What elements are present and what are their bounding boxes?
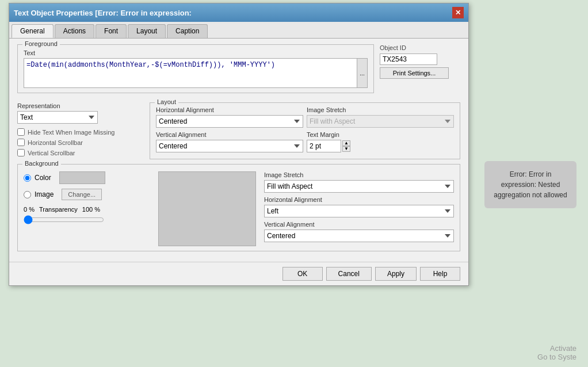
text-margin-field: Text Margin ▲ ▼ [307, 131, 454, 152]
error-tooltip-text: Error: Error in expression: Nested aggre… [494, 170, 567, 199]
bg-image-stretch-dropdown[interactable]: Fill with Aspect Fill Fit [264, 180, 454, 193]
text-field-label: Text [24, 49, 368, 56]
activate-line2: Go to Syste [537, 353, 576, 361]
bg-left: Color Image Change... 0 % Transparency 1… [24, 171, 150, 226]
transparency-row: 0 % Transparency 100 % [24, 206, 150, 213]
representation-section: Representation Text Image [17, 102, 144, 124]
background-group-label: Background [22, 160, 61, 167]
layout-section: Layout Horizontal Alignment Left Centere… [150, 102, 460, 159]
tab-caption[interactable]: Caption [167, 24, 208, 38]
cancel-button[interactable]: Cancel [326, 267, 372, 281]
layout-grid: Horizontal Alignment Left Centered Right… [156, 106, 454, 152]
image-stretch-field: Image Stretch Fill with Aspect Fill Fit [307, 106, 454, 128]
v-alignment-dropdown[interactable]: Top Centered Bottom [156, 140, 303, 152]
transparency-label: Transparency [39, 206, 78, 213]
vertical-scrollbar-row: Vertical Scrollbar [17, 149, 144, 156]
object-id-section: Object ID Print Settings... [380, 44, 460, 98]
text-margin-up[interactable]: ▲ [342, 140, 350, 146]
hide-text-checkbox[interactable] [17, 128, 25, 136]
bg-v-alignment-field: Vertical Alignment Top Centered Bottom [264, 221, 454, 242]
image-radio[interactable] [24, 191, 31, 198]
v-alignment-label: Vertical Alignment [156, 131, 303, 138]
top-row: Foreground Text =Date(min(addmonths(Mont… [17, 44, 460, 98]
vertical-scrollbar-checkbox[interactable] [17, 149, 25, 156]
image-radio-row: Image Change... [24, 189, 150, 200]
h-alignment-label: Horizontal Alignment [156, 106, 303, 113]
apply-button[interactable]: Apply [375, 267, 417, 281]
bg-v-alignment-dropdown[interactable]: Top Centered Bottom [264, 230, 454, 242]
close-button[interactable]: ✕ [452, 7, 464, 18]
activate-line1: Activate [537, 344, 576, 353]
bg-v-alignment-label: Vertical Alignment [264, 221, 454, 228]
bg-image-stretch-field: Image Stretch Fill with Aspect Fill Fit [264, 171, 454, 193]
text-margin-down[interactable]: ▼ [342, 146, 350, 152]
representation-label: Representation [17, 102, 144, 109]
image-radio-label: Image [35, 190, 54, 198]
hide-text-row: Hide Text When Image Missing [17, 128, 144, 136]
transparency-0: 0 % [24, 206, 35, 213]
text-margin-input[interactable] [307, 140, 341, 152]
foreground-group-label: Foreground [22, 40, 60, 47]
bg-h-alignment-dropdown[interactable]: Left Centered Right [264, 205, 454, 217]
text-input[interactable]: =Date(min(addmonths(MonthYear,-$(=vMonth… [24, 59, 357, 87]
tab-layout[interactable]: Layout [128, 24, 166, 38]
dialog: Text Object Properties [Error: Error in … [9, 3, 469, 286]
text-area-wrapper: =Date(min(addmonths(MonthYear,-$(=vMonth… [24, 58, 368, 88]
tab-actions[interactable]: Actions [55, 24, 94, 38]
tab-general[interactable]: General [12, 24, 54, 38]
dialog-title: Text Object Properties [Error: Error in … [14, 9, 192, 17]
horizontal-scrollbar-checkbox[interactable] [17, 139, 25, 146]
h-alignment-field: Horizontal Alignment Left Centered Right [156, 106, 303, 128]
text-margin-spinners: ▲ ▼ [342, 140, 350, 152]
hide-text-label: Hide Text When Image Missing [28, 129, 114, 136]
layout-group-label: Layout [155, 98, 178, 105]
bg-right: Image Stretch Fill with Aspect Fill Fit … [264, 171, 454, 242]
change-button[interactable]: Change... [62, 189, 102, 200]
bg-h-alignment-field: Horizontal Alignment Left Centered Right [264, 196, 454, 217]
background-row: Color Image Change... 0 % Transparency 1… [24, 171, 454, 246]
color-swatch[interactable] [59, 171, 105, 184]
color-radio-row: Color [24, 171, 150, 184]
bg-image-stretch-label: Image Stretch [264, 171, 454, 178]
text-margin-input-row: ▲ ▼ [307, 140, 454, 152]
middle-row: Representation Text Image Hide Text When… [17, 102, 460, 159]
v-alignment-field: Vertical Alignment Top Centered Bottom [156, 131, 303, 152]
dialog-body: Foreground Text =Date(min(addmonths(Mont… [9, 39, 468, 262]
bg-preview [158, 171, 256, 246]
image-stretch-dropdown[interactable]: Fill with Aspect Fill Fit [307, 115, 454, 128]
ok-button[interactable]: OK [282, 267, 323, 281]
horizontal-scrollbar-row: Horizontal Scrollbar [17, 139, 144, 146]
object-id-label: Object ID [380, 44, 406, 51]
transparency-slider[interactable] [24, 215, 104, 224]
activate-watermark: Activate Go to Syste [537, 344, 576, 361]
tab-font[interactable]: Font [96, 24, 127, 38]
representation-dropdown[interactable]: Text Image [17, 111, 98, 124]
help-button[interactable]: Help [420, 267, 460, 281]
tab-bar: General Actions Font Layout Caption [9, 22, 468, 39]
title-bar: Text Object Properties [Error: Error in … [9, 3, 468, 22]
dialog-footer: OK Cancel Apply Help [9, 262, 468, 285]
error-tooltip: Error: Error in expression: Nested aggre… [484, 161, 576, 208]
image-stretch-label: Image Stretch [307, 106, 454, 113]
object-id-input[interactable] [380, 53, 437, 65]
text-margin-label: Text Margin [307, 131, 454, 138]
bg-h-alignment-label: Horizontal Alignment [264, 196, 454, 203]
print-settings-button[interactable]: Print Settings... [380, 67, 449, 79]
color-radio[interactable] [24, 174, 31, 182]
h-alignment-dropdown[interactable]: Left Centered Right [156, 115, 303, 128]
color-radio-label: Color [35, 174, 51, 182]
transparency-100: 100 % [82, 206, 100, 213]
left-col: Representation Text Image Hide Text When… [17, 102, 144, 159]
text-ellipsis-button[interactable]: ... [357, 59, 367, 87]
horizontal-scrollbar-label: Horizontal Scrollbar [28, 139, 83, 146]
foreground-section: Foreground Text =Date(min(addmonths(Mont… [17, 44, 374, 93]
vertical-scrollbar-label: Vertical Scrollbar [28, 150, 75, 156]
background-section: Background Color Image Change... [17, 164, 460, 251]
